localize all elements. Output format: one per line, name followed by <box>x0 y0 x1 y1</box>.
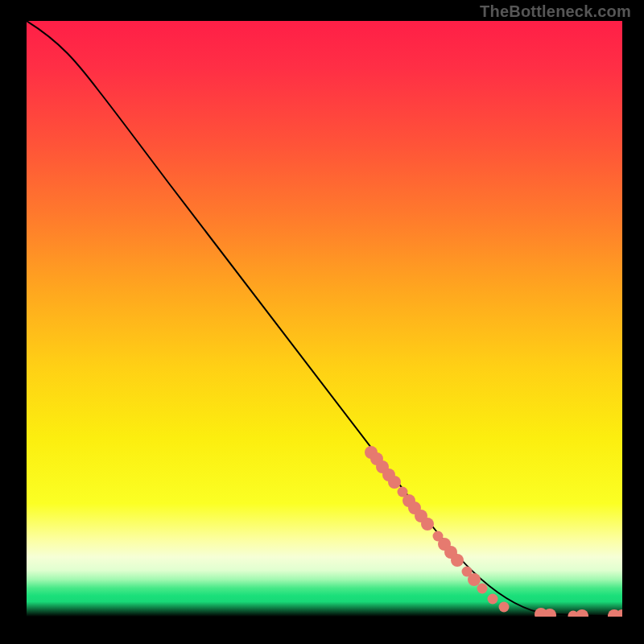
data-point <box>488 594 498 605</box>
data-point <box>468 573 481 586</box>
data-point <box>477 584 488 594</box>
data-point <box>543 609 556 621</box>
data-point <box>451 554 464 567</box>
chart-svg <box>0 0 644 644</box>
plot-background <box>27 21 622 617</box>
data-point <box>499 602 510 613</box>
watermark-text: TheBottleneck.com <box>480 2 631 21</box>
data-point <box>616 609 629 622</box>
data-point <box>388 476 401 489</box>
data-point <box>421 518 434 530</box>
frame: { "watermark": "TheBottleneck.com", "plo… <box>0 0 644 644</box>
data-point <box>576 609 588 622</box>
